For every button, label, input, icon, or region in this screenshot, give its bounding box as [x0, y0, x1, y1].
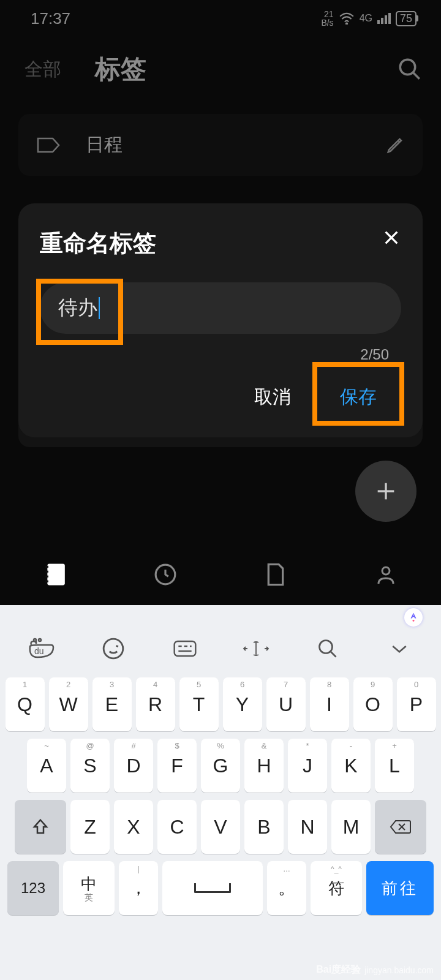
- keyboard-assistant-icon[interactable]: [404, 608, 423, 627]
- svg-line-29: [330, 652, 336, 657]
- key-r[interactable]: 4R: [136, 677, 175, 731]
- dialog-title: 重命名标签: [40, 228, 401, 259]
- svg-point-22: [104, 639, 123, 658]
- keyboard-cursor-icon[interactable]: [235, 633, 277, 664]
- key-q[interactable]: 1Q: [6, 677, 45, 731]
- character-count: 2/50: [40, 346, 389, 363]
- watermark: Bai度经验 jingyan.baidu.com: [316, 963, 434, 976]
- shift-key[interactable]: [15, 800, 66, 854]
- key-m[interactable]: M: [331, 800, 371, 854]
- shift-icon: [31, 818, 50, 836]
- key-g[interactable]: %G: [201, 739, 240, 793]
- nav-profile[interactable]: [371, 560, 401, 589]
- key-f[interactable]: $F: [157, 739, 197, 793]
- keyboard-input-method-icon[interactable]: [164, 633, 206, 664]
- key-e[interactable]: 3E: [92, 677, 132, 731]
- keyboard-emoji-icon[interactable]: [92, 633, 135, 664]
- numeric-key[interactable]: 123: [7, 861, 59, 915]
- cancel-button[interactable]: 取消: [248, 375, 297, 419]
- key-x[interactable]: X: [114, 800, 153, 854]
- soft-keyboard: du 1Q2W3E4R5T6Y7U8I9O0P ~A@S#D$F%G&H*J-K…: [0, 605, 441, 980]
- keyboard-toolbar: du: [0, 630, 441, 673]
- key-j[interactable]: *J: [288, 739, 327, 793]
- key-h[interactable]: &H: [244, 739, 284, 793]
- svg-rect-12: [45, 576, 48, 578]
- svg-text:du: du: [34, 646, 44, 656]
- backspace-key[interactable]: [375, 800, 426, 854]
- svg-rect-10: [45, 566, 48, 568]
- svg-point-20: [39, 639, 41, 641]
- space-key[interactable]: [162, 861, 263, 915]
- svg-point-18: [413, 620, 415, 622]
- nav-recent[interactable]: [151, 560, 180, 589]
- svg-rect-23: [174, 641, 195, 656]
- notebook-icon: [43, 562, 67, 587]
- key-b[interactable]: B: [244, 800, 284, 854]
- key-a[interactable]: ~A: [27, 739, 66, 793]
- tag-name-input[interactable]: 待办: [40, 282, 401, 334]
- dialog-close-button[interactable]: [382, 228, 401, 247]
- key-i[interactable]: 8I: [310, 677, 349, 731]
- key-w[interactable]: 2W: [49, 677, 88, 731]
- nav-files[interactable]: [261, 560, 290, 589]
- enter-key[interactable]: 前往: [366, 861, 434, 915]
- key-z[interactable]: Z: [70, 800, 110, 854]
- key-u[interactable]: 7U: [266, 677, 306, 731]
- key-d[interactable]: #D: [114, 739, 153, 793]
- key-n[interactable]: N: [288, 800, 327, 854]
- period-key[interactable]: … 。: [267, 861, 306, 915]
- file-icon: [265, 562, 286, 587]
- key-v[interactable]: V: [201, 800, 240, 854]
- svg-point-28: [319, 641, 332, 654]
- svg-point-19: [34, 639, 36, 641]
- clock-icon: [154, 563, 177, 586]
- key-k[interactable]: -K: [331, 739, 371, 793]
- svg-rect-9: [47, 564, 64, 586]
- close-icon: [382, 228, 401, 247]
- svg-point-15: [382, 567, 390, 575]
- input-value: 待办: [58, 295, 97, 322]
- save-button[interactable]: 保存: [328, 375, 389, 419]
- symbol-key[interactable]: ^_^ 符: [311, 861, 362, 915]
- comma-key[interactable]: | ，: [119, 861, 158, 915]
- keyboard-search-icon[interactable]: [306, 633, 349, 664]
- svg-rect-13: [45, 581, 48, 582]
- plus-icon: [374, 479, 398, 503]
- svg-rect-11: [45, 571, 48, 573]
- key-p[interactable]: 0P: [397, 677, 436, 731]
- key-y[interactable]: 6Y: [223, 677, 262, 731]
- key-o[interactable]: 9O: [353, 677, 393, 731]
- language-toggle-key[interactable]: 中 英: [63, 861, 115, 915]
- bottom-nav: [0, 544, 441, 605]
- nav-notes[interactable]: [40, 560, 70, 589]
- key-c[interactable]: C: [157, 800, 197, 854]
- rename-tag-dialog: 重命名标签 待办 2/50 取消 保存: [18, 203, 423, 437]
- space-icon: [194, 883, 231, 893]
- key-l[interactable]: +L: [375, 739, 414, 793]
- person-icon: [375, 563, 397, 586]
- key-t[interactable]: 5T: [179, 677, 219, 731]
- key-s[interactable]: @S: [70, 739, 110, 793]
- text-cursor: [99, 297, 100, 319]
- keyboard-collapse-icon[interactable]: [378, 633, 421, 664]
- add-tag-fab[interactable]: [355, 461, 417, 522]
- keyboard-du-icon[interactable]: du: [20, 633, 63, 664]
- backspace-icon: [390, 819, 412, 835]
